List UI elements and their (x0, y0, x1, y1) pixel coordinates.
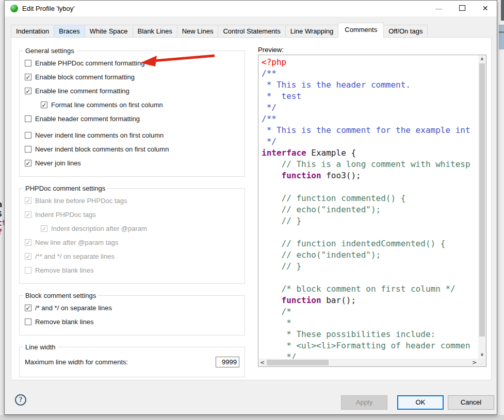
group-title: PHPDoc comment settings (23, 184, 107, 192)
maximize-button[interactable] (450, 1, 474, 16)
background-window-left-fragment: a$ctf (0, 0, 4, 420)
checkbox-label: Enable header comment formatting (35, 115, 140, 123)
edit-profile-dialog: Edit Profile 'lyboy' — ✕ IndentationBrac… (4, 0, 497, 415)
checkbox-label: New line after @param tags (35, 239, 118, 246)
checkbox-remove-blank-lines[interactable] (25, 318, 31, 325)
title-bar: Edit Profile 'lyboy' — ✕ (5, 1, 497, 16)
checkbox-label: Never join lines (35, 159, 81, 167)
checkbox-row-indent-phpdoc-tags: ✓Indent PHPDoc tags (25, 210, 239, 219)
checkbox-row-and-on-separate-lines: ✓/** and */ on separate lines (25, 251, 239, 261)
background-scrollbar-notch (499, 31, 504, 33)
checkbox-row-enable-line-comment-formatting[interactable]: ✓Enable line comment formatting (25, 86, 239, 95)
vertical-scrollbar[interactable]: ∧ ∨ (478, 55, 486, 359)
scroll-right-icon[interactable]: > (470, 359, 478, 366)
code-line: /** (262, 68, 478, 79)
tab-new-lines[interactable]: New Lines (177, 25, 219, 38)
horizontal-scrollbar-thumb[interactable] (267, 360, 329, 365)
tab-indentation[interactable]: Indentation (11, 25, 54, 38)
checkbox-never-join-lines[interactable]: ✓ (25, 160, 31, 166)
checkbox-indent-description-after-param: ✓ (41, 225, 47, 232)
background-text-fragment: ct (0, 219, 4, 228)
cancel-button[interactable]: Cancel (448, 395, 494, 410)
preview-box[interactable]: <?php/** * This is the header comment. *… (258, 55, 486, 367)
horizontal-scrollbar[interactable]: < > (258, 359, 478, 366)
checkbox-label: /* and */ on separate lines (35, 304, 112, 312)
code-line (262, 227, 478, 238)
group-title: General settings (23, 47, 76, 55)
background-window-bottom-fragment (0, 415, 504, 420)
checkbox-and-on-separate-lines[interactable]: ✓ (25, 305, 31, 311)
tab-bar: IndentationBracesWhite SpaceBlank LinesN… (11, 25, 427, 38)
checkbox-enable-block-comment-formatting[interactable]: ✓ (25, 74, 31, 80)
code-line: */ (262, 351, 478, 359)
vertical-scrollbar-thumb[interactable] (479, 63, 485, 337)
code-line: * (262, 317, 478, 329)
checkbox-indent-phpdoc-tags: ✓ (25, 211, 31, 218)
code-line: /** (262, 113, 478, 125)
code-line: /* (262, 306, 478, 317)
ok-button[interactable]: OK (397, 395, 444, 410)
tab-blank-lines[interactable]: Blank Lines (133, 25, 177, 38)
checkbox-never-indent-block-comments-on-first-column[interactable] (25, 146, 31, 153)
close-button[interactable]: ✕ (474, 1, 497, 16)
tab-white-space[interactable]: White Space (85, 25, 133, 38)
code-line: // } (262, 215, 478, 227)
checkbox-label: Enable PHPDoc comment formatting (35, 59, 144, 67)
scroll-down-icon[interactable]: ∨ (478, 351, 486, 359)
checkbox-never-indent-line-comments-on-first-column[interactable] (25, 132, 31, 139)
checkbox-label: Enable line comment formatting (35, 87, 129, 95)
annotation-arrow (136, 51, 221, 70)
tab-off-on-tags[interactable]: Off/On tags (383, 25, 428, 38)
checkbox-label: Indent PHPDoc tags (35, 211, 96, 219)
preview-label: Preview: (258, 46, 284, 54)
checkbox-label: Format line comments on first column (51, 101, 163, 109)
code-line (262, 181, 478, 193)
tab-line-wrapping[interactable]: Line Wrapping (285, 25, 339, 38)
checkbox-new-line-after-param-tags: ✓ (25, 239, 31, 246)
tab-comments[interactable]: Comments (338, 23, 384, 38)
checkbox-remove-blank-lines (25, 267, 31, 274)
code-line: * test (262, 91, 478, 102)
checkbox-row-never-join-lines[interactable]: ✓Never join lines (25, 158, 239, 167)
scroll-left-icon[interactable]: < (258, 359, 266, 366)
checkbox-enable-line-comment-formatting[interactable]: ✓ (25, 88, 31, 94)
background-text-fragment: f (0, 228, 2, 237)
code-line: // This is a long comment with whitesp (262, 159, 478, 170)
code-line: interface Example { (262, 147, 478, 159)
tab-control-statements[interactable]: Control Statements (218, 25, 285, 38)
code-line: * <ul><li>Formatting of header commen (262, 340, 478, 351)
checkbox-row-indent-description-after-param: ✓Indent description after @param (41, 224, 239, 233)
checkbox-enable-phpdoc-comment-formatting[interactable] (25, 60, 31, 66)
checkbox-row-remove-blank-lines[interactable]: Remove blank lines (25, 317, 239, 326)
scroll-up-icon[interactable]: ∧ (478, 55, 486, 63)
background-window-right-fragment (497, 0, 504, 420)
checkbox-row-format-line-comments-on-first-column[interactable]: ✓Format line comments on first column (41, 100, 239, 109)
checkbox-row-never-indent-line-comments-on-first-column[interactable]: Never indent line comments on first colu… (25, 130, 239, 140)
checkbox-format-line-comments-on-first-column[interactable]: ✓ (41, 102, 47, 108)
scrollbar-corner (478, 359, 486, 366)
checkbox-label: /** and */ on separate lines (35, 253, 115, 260)
checkbox-label: Remove blank lines (35, 266, 93, 274)
group-block-comment-settings: Block comment settings✓/* and */ on sepa… (19, 295, 245, 335)
checkbox-row-and-on-separate-lines[interactable]: ✓/* and */ on separate lines (25, 303, 239, 312)
minimize-button[interactable]: — (427, 1, 450, 16)
checkbox-row-never-indent-block-comments-on-first-column[interactable]: Never indent block comments on first col… (25, 144, 239, 154)
window-title: Edit Profile 'lyboy' (22, 1, 75, 16)
checkbox-row-enable-block-comment-formatting[interactable]: ✓Enable block comment formatting (25, 72, 239, 81)
app-icon (10, 5, 18, 12)
tab-braces[interactable]: Braces (54, 25, 85, 38)
checkbox-and-on-separate-lines: ✓ (25, 253, 31, 260)
code-area: <?php/** * This is the header comment. *… (258, 55, 478, 359)
checkbox-row-enable-header-comment-formatting[interactable]: Enable header comment formatting (25, 114, 239, 123)
code-line: // function commented() { (262, 193, 478, 204)
code-line: function foo3(); (262, 170, 478, 181)
checkbox-label: Never indent line comments on first colu… (35, 131, 164, 139)
checkbox-enable-header-comment-formatting[interactable] (25, 115, 31, 122)
code-line: * This is the header comment. (262, 79, 478, 91)
background-dark-strip (501, 0, 504, 21)
max-line-width-input[interactable] (216, 357, 239, 367)
help-button[interactable]: ? (15, 394, 26, 406)
checkbox-row-blank-line-before-phpdoc-tags: ✓Blank line before PHPDoc tags (25, 196, 239, 205)
code-line: // } (262, 261, 478, 272)
code-line: <?php (262, 57, 478, 68)
